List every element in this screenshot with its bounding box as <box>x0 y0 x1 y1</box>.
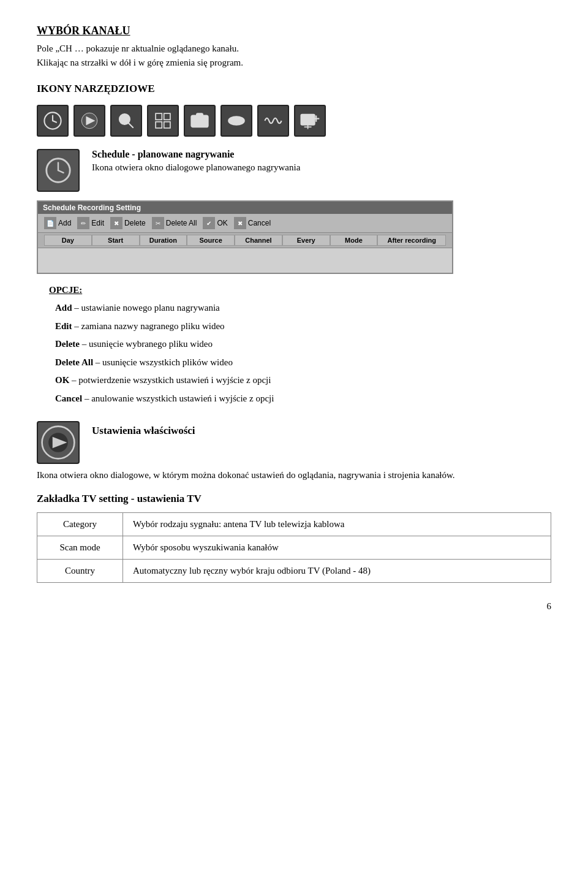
col-channel: Channel <box>235 235 282 246</box>
edit-icon: ✏ <box>77 217 89 229</box>
toolbar-add-label: Add <box>58 219 71 227</box>
opcje-ok-key: OK <box>55 375 69 385</box>
schedule-icon-box <box>37 149 80 192</box>
toolbar-item-delete[interactable]: ✖ Delete <box>110 217 146 229</box>
col-source: Source <box>187 235 235 246</box>
svg-rect-9 <box>156 122 162 128</box>
eye-icon <box>221 105 252 137</box>
svg-rect-10 <box>164 122 170 128</box>
svg-rect-8 <box>164 113 170 120</box>
country-label: Country <box>37 560 123 583</box>
opcje-edit-key: Edit <box>55 321 72 331</box>
forward-icon <box>74 105 105 137</box>
dialog-col-headers: Day Start Duration Source Channel Every … <box>38 233 452 248</box>
opcje-add-key: Add <box>55 303 72 313</box>
opcje-ok-desc: – potwierdzenie wszystkich ustawień i wy… <box>72 375 271 385</box>
svg-line-6 <box>128 123 133 127</box>
opcje-delete-all-desc: – usunięcie wszystkich plików wideo <box>96 357 233 367</box>
table-row-scan-mode: Scan mode Wybór sposobu wyszukiwania kan… <box>37 536 551 560</box>
delete-icon: ✖ <box>110 217 123 229</box>
table-row-country: Country Automatyczny lub ręczny wybór kr… <box>37 560 551 583</box>
col-every: Every <box>282 235 330 246</box>
opcje-item-cancel: Cancel – anulowanie wszystkich ustawień … <box>55 391 551 407</box>
dialog-title-bar: Schedule Recording Setting <box>38 202 452 214</box>
toolbar-item-delete-all[interactable]: ✂ Delete All <box>152 217 197 229</box>
schedule-title: Schedule - planowane nagrywanie <box>92 149 300 160</box>
col-start: Start <box>92 235 140 246</box>
country-desc: Automatyczny lub ręczny wybór kraju odbi… <box>123 560 551 583</box>
schedule-text: Schedule - planowane nagrywanie Ikona ot… <box>92 149 300 173</box>
category-desc: Wybór rodzaju sygnału: antena TV lub tel… <box>123 513 551 536</box>
toolbar-ok-label: OK <box>217 219 227 227</box>
grid-icon <box>147 105 179 137</box>
ustawienia-section: Ustawienia właściwości <box>37 421 551 464</box>
add-icon: 📄 <box>44 217 56 229</box>
wybor-kanalu-line1: Pole „CH … pokazuje nr aktualnie oglądan… <box>37 44 551 54</box>
svg-point-15 <box>234 118 239 124</box>
col-mode: Mode <box>330 235 378 246</box>
opcje-item-add: Add – ustawianie nowego planu nagrywania <box>55 300 551 316</box>
clock-icon <box>37 105 69 137</box>
delete-all-icon: ✂ <box>152 217 164 229</box>
toolbar-delete-label: Delete <box>124 219 146 227</box>
zakladka-title: Zakładka TV setting - ustawienia TV <box>37 493 551 505</box>
ustawienia-description: Ikona otwiera okno dialogowe, w którym m… <box>37 470 551 480</box>
opcje-cancel-desc: – anulowanie wszystkich ustawień i wyjśc… <box>85 393 274 403</box>
toolbar-edit-label: Edit <box>91 219 104 227</box>
svg-rect-13 <box>197 113 203 116</box>
scan-mode-desc: Wybór sposobu wyszukiwania kanałów <box>123 536 551 560</box>
opcje-delete-desc: – usunięcie wybranego pliku wideo <box>82 339 213 349</box>
wybor-kanalu-title: WYBÓR KANAŁU <box>37 25 551 37</box>
wybor-kanalu-line2: Klikając na strzałki w dół i w górę zmie… <box>37 58 551 68</box>
schedule-section: Schedule - planowane nagrywanie Ikona ot… <box>37 149 551 192</box>
svg-line-2 <box>53 121 56 123</box>
category-label: Category <box>37 513 123 536</box>
toolbar-item-ok[interactable]: ✔ OK <box>203 217 227 229</box>
toolbar-cancel-label: Cancel <box>248 219 271 227</box>
toolbar-item-cancel[interactable]: ✖ Cancel <box>234 217 271 229</box>
ustawienia-title: Ustawienia właściwości <box>92 425 195 437</box>
schedule-dialog: Schedule Recording Setting 📄 Add ✏ Edit … <box>37 200 453 274</box>
opcje-item-delete: Delete – usunięcie wybranego pliku wideo <box>55 336 551 352</box>
col-day: Day <box>44 235 92 246</box>
opcje-delete-all-key: Delete All <box>55 357 93 367</box>
svg-rect-7 <box>156 113 162 120</box>
col-after-recording: After recording <box>377 235 446 246</box>
schedule-subtitle: Ikona otwiera okno dialogowe planowanego… <box>92 162 300 173</box>
search-icon <box>110 105 142 137</box>
dialog-body <box>38 248 452 273</box>
toolbar-delete-all-label: Delete All <box>166 219 197 227</box>
opcje-item-ok: OK – potwierdzenie wszystkich ustawień i… <box>55 373 551 389</box>
table-row-category: Category Wybór rodzaju sygnału: antena T… <box>37 513 551 536</box>
svg-point-12 <box>196 118 203 125</box>
opcje-list: Add – ustawianie nowego planu nagrywania… <box>55 300 551 406</box>
cancel-icon: ✖ <box>234 217 246 229</box>
svg-line-23 <box>58 170 64 173</box>
tv-settings-table: Category Wybór rodzaju sygnału: antena T… <box>37 512 551 583</box>
opcje-edit-desc: – zamiana nazwy nagranego pliku wideo <box>74 321 224 331</box>
ustawienia-icon-box <box>37 421 80 464</box>
ikony-narzedziowe-heading: IKONY NARZĘDZIOWE <box>37 83 551 95</box>
camera-icon <box>184 105 216 137</box>
opcje-item-edit: Edit – zamiana nazwy nagranego pliku wid… <box>55 319 551 335</box>
page-number: 6 <box>37 601 551 612</box>
toolbar-item-edit[interactable]: ✏ Edit <box>77 217 104 229</box>
opcje-item-delete-all: Delete All – usunięcie wszystkich plików… <box>55 355 551 371</box>
scan-mode-label: Scan mode <box>37 536 123 560</box>
dialog-toolbar: 📄 Add ✏ Edit ✖ Delete ✂ Delete All ✔ OK … <box>38 214 452 233</box>
svg-rect-16 <box>301 115 315 125</box>
col-duration: Duration <box>140 235 187 246</box>
toolbar-icons-row <box>37 105 551 137</box>
ustawienia-text-block: Ustawienia właściwości <box>92 421 195 439</box>
opcje-add-desc: – ustawianie nowego planu nagrywania <box>74 303 219 313</box>
toolbar-item-add[interactable]: 📄 Add <box>44 217 71 229</box>
ok-icon: ✔ <box>203 217 215 229</box>
opcje-delete-key: Delete <box>55 339 80 349</box>
opcje-title: OPCJE: <box>49 285 551 295</box>
opcje-cancel-key: Cancel <box>55 393 82 403</box>
signal-icon <box>257 105 289 137</box>
tv-plus-icon <box>294 105 326 137</box>
